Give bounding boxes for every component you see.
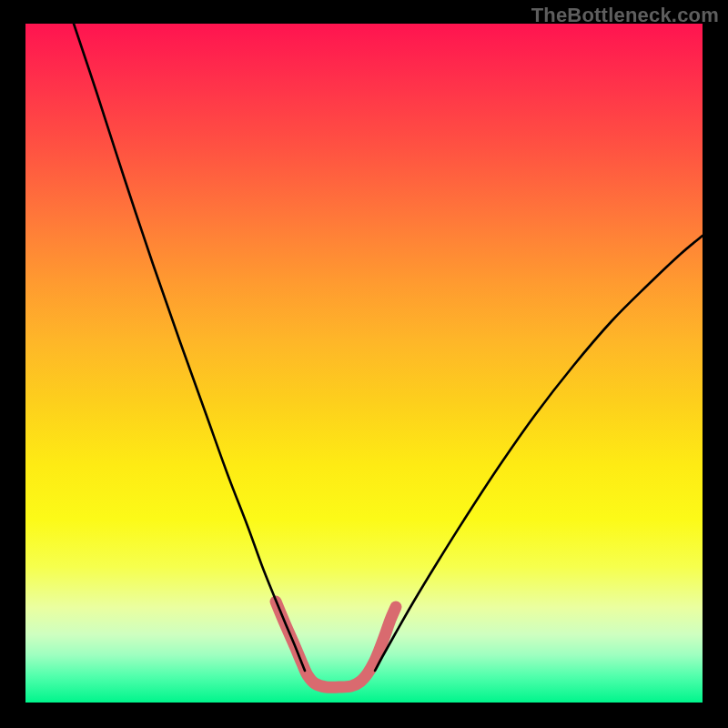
watermark-text: TheBottleneck.com bbox=[531, 4, 719, 27]
chart-frame bbox=[25, 24, 703, 703]
chart-svg bbox=[25, 24, 703, 703]
right-curve bbox=[375, 236, 703, 671]
left-curve bbox=[74, 24, 305, 671]
